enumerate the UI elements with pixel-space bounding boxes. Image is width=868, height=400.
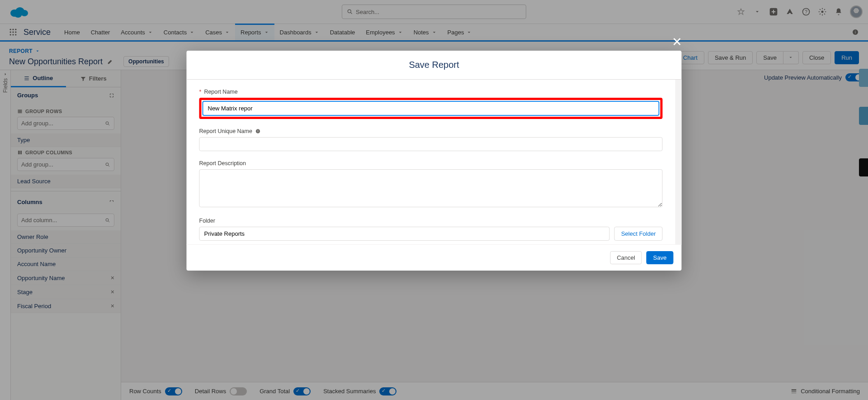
folder-input[interactable] [199,227,610,241]
modal-title: Save Report [187,51,682,80]
select-folder-button[interactable]: Select Folder [614,227,663,241]
modal-save-button[interactable]: Save [646,251,674,264]
report-description-field: Report Description [199,160,663,209]
svg-text:i: i [258,129,258,133]
report-name-field: *Report Name [199,89,663,119]
modal-cancel-button[interactable]: Cancel [610,251,642,264]
report-unique-name-input[interactable] [199,137,663,151]
report-description-input[interactable] [199,169,663,207]
modal-close-button[interactable] [672,36,683,47]
info-icon[interactable]: i [255,128,261,134]
report-name-input[interactable] [203,101,660,116]
save-report-modal: Save Report *Report Name Report Unique N… [187,51,682,271]
folder-field: Folder Select Folder [199,218,663,241]
report-unique-name-field: Report Unique Name i [199,128,663,151]
